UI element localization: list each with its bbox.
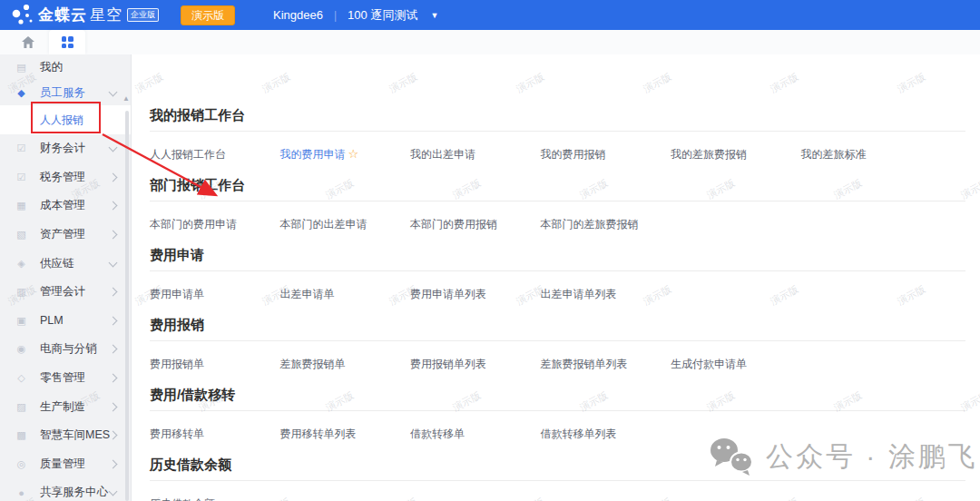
menu-link-label: 人人报销工作台 <box>150 148 226 161</box>
chevron-right-icon <box>109 288 118 297</box>
menu-link[interactable]: 费用移转单 <box>150 427 280 439</box>
cost-management-icon: ▦ <box>15 200 28 211</box>
menu-section: 费用报销费用报销单差旅费报销单费用报销单列表差旅费报销单列表生成付款申请单 <box>150 318 965 369</box>
menu-link-label: 差旅费报销单 <box>280 358 346 370</box>
menu-link[interactable]: 本部门的差旅费报销 <box>541 217 671 230</box>
organization-selector[interactable]: 100 逐同测试 <box>348 7 417 24</box>
section-divider <box>150 131 965 132</box>
menu-link-label: 借款转移单 <box>410 427 465 440</box>
tax-management-icon: ☑ <box>15 172 28 183</box>
menu-link[interactable]: 费用申请单列表 <box>410 287 541 300</box>
sidebar-item-tax-management[interactable]: ☑税务管理 <box>0 163 131 192</box>
menu-link[interactable]: 费用移转单列表 <box>280 427 411 439</box>
content-shell: ▤我的◆员工服务人人报销☑财务会计☑税务管理▦成本管理▧资产管理◈供应链▥管理会… <box>0 54 980 501</box>
chevron-right-icon <box>109 402 118 411</box>
account-name[interactable]: Kingdee6 <box>273 8 323 22</box>
sidebar: ▤我的◆员工服务人人报销☑财务会计☑税务管理▦成本管理▧资产管理◈供应链▥管理会… <box>0 54 132 501</box>
ecommerce-distribution-icon: ◉ <box>15 343 28 355</box>
menu-link[interactable]: 生成付款申请单 <box>671 357 801 369</box>
sidebar-item-employee-service[interactable]: ◆员工服务 <box>0 80 131 105</box>
section-title: 部门报销工作台 <box>150 178 965 192</box>
menu-link[interactable]: 借款转移单 <box>410 427 541 439</box>
menu-link[interactable]: 历史借款余额 <box>150 496 280 501</box>
sidebar-item-label: 供应链 <box>40 256 74 271</box>
menu-link[interactable]: 我的费用报销 <box>541 147 671 160</box>
topbar: 金蝶云 星空 企业版 演示版 Kingdee6 | 100 逐同测试 ▼ <box>0 0 980 30</box>
menu-link-label: 费用申请单 <box>150 288 204 300</box>
chevron-down-icon <box>109 87 118 96</box>
menu-link[interactable]: 出差申请单列表 <box>541 287 671 300</box>
chevron-right-icon <box>109 316 118 325</box>
menu-link-label: 我的差旅标准 <box>801 148 867 161</box>
menu-link[interactable]: 我的差旅标准 <box>801 147 932 160</box>
menu-section: 历史借款余额历史借款余额 <box>150 457 965 501</box>
scroll-up-icon[interactable]: ▲ <box>122 94 130 103</box>
supply-chain-icon: ◈ <box>15 258 28 270</box>
menu-link[interactable]: 本部门的费用申请 <box>150 217 280 230</box>
menu-link-label: 生成付款申请单 <box>671 358 747 370</box>
chevron-right-icon <box>109 345 118 354</box>
sidebar-item-manufacturing[interactable]: ▨生产制造 <box>0 392 131 421</box>
menu-link[interactable]: 本部门的费用报销 <box>410 217 541 230</box>
sidebar-item-renren-baoxiao[interactable]: 人人报销 <box>0 105 131 134</box>
menu-link-label: 本部门的差旅费报销 <box>541 218 639 231</box>
employee-service-icon: ◆ <box>15 87 28 99</box>
menu-link[interactable]: 差旅费报销单 <box>280 357 411 369</box>
sidebar-item-finance-accounting[interactable]: ☑财务会计 <box>0 134 131 163</box>
section-title: 历史借款余额 <box>150 457 965 472</box>
menu-link-label: 费用报销单列表 <box>410 358 486 370</box>
chevron-down-icon <box>109 143 118 152</box>
tab-app-menu[interactable] <box>49 30 85 54</box>
menu-link-label: 费用移转单列表 <box>280 427 357 440</box>
menu-link-label: 差旅费报销单列表 <box>541 358 628 370</box>
menu-link[interactable]: 我的出差申请 <box>410 147 541 160</box>
menu-link[interactable]: 我的差旅费报销 <box>671 147 801 160</box>
home-button[interactable] <box>18 30 38 54</box>
kingdee-logo-icon <box>7 2 38 29</box>
section-divider <box>150 201 965 201</box>
sidebar-item-cost-management[interactable]: ▦成本管理 <box>0 192 131 221</box>
sidebar-item-label: 人人报销 <box>40 113 83 128</box>
section-links-row: 费用报销单差旅费报销单费用报销单列表差旅费报销单列表生成付款申请单 <box>150 357 965 369</box>
menu-link[interactable]: 费用申请单 <box>150 287 280 300</box>
sidebar-item-label: 税务管理 <box>40 170 85 185</box>
sidebar-item-asset-management[interactable]: ▧资产管理 <box>0 221 131 250</box>
sidebar-item-quality-management[interactable]: ◎质量管理 <box>0 450 131 479</box>
sidebar-scrollbar[interactable] <box>125 111 129 501</box>
menu-link[interactable]: 差旅费报销单列表 <box>541 357 671 369</box>
menu-link-label: 本部门的费用报销 <box>410 218 497 231</box>
favorite-star-icon[interactable]: ☆ <box>348 147 359 161</box>
menu-link[interactable]: 借款转移单列表 <box>541 427 671 439</box>
menu-link[interactable]: 我的费用申请☆ <box>280 147 411 160</box>
section-links-row: 历史借款余额 <box>150 496 965 501</box>
sidebar-item-label: 生产制造 <box>40 399 85 415</box>
menu-link[interactable]: 费用报销单 <box>150 357 280 369</box>
menu-link[interactable]: 费用报销单列表 <box>410 357 541 369</box>
sidebar-item-label: 我的 <box>40 60 63 75</box>
grid-menu-icon <box>62 36 74 48</box>
sidebar-item-my[interactable]: ▤我的 <box>0 54 131 80</box>
sidebar-item-supply-chain[interactable]: ◈供应链 <box>0 249 131 278</box>
menu-link[interactable]: 人人报销工作台 <box>150 147 280 160</box>
sidebar-item-label: 智慧车间MES <box>40 427 110 443</box>
quality-management-icon: ◎ <box>15 458 28 470</box>
sidebar-item-plm[interactable]: ▣PLM <box>0 307 131 336</box>
manufacturing-icon: ▨ <box>15 401 28 413</box>
sidebar-item-shared-service[interactable]: ●共享服务中心 <box>0 478 131 501</box>
sidebar-item-label: 管理会计 <box>40 284 85 300</box>
menu-link-label: 借款转移单列表 <box>541 427 617 440</box>
plm-icon: ▣ <box>15 315 28 327</box>
chevron-down-icon <box>109 487 118 496</box>
section-links-row: 费用申请单出差申请单费用申请单列表出差申请单列表 <box>150 287 965 300</box>
sidebar-item-mes[interactable]: ▩智慧车间MES <box>0 421 131 450</box>
sidebar-item-retail-management[interactable]: ◇零售管理 <box>0 364 131 393</box>
sidebar-item-ecommerce-distribution[interactable]: ◉电商与分销 <box>0 335 131 364</box>
chevron-down-icon[interactable]: ▼ <box>430 11 438 20</box>
menu-link[interactable]: 出差申请单 <box>280 287 411 300</box>
logo-text-primary: 金蝶云 <box>38 5 87 25</box>
menu-link-label: 费用移转单 <box>150 427 204 440</box>
sidebar-item-management-accounting[interactable]: ▥管理会计 <box>0 278 131 307</box>
menu-link[interactable]: 本部门的出差申请 <box>280 217 411 230</box>
sidebar-item-label: 资产管理 <box>40 227 85 242</box>
menu-link-label: 出差申请单 <box>280 288 335 300</box>
